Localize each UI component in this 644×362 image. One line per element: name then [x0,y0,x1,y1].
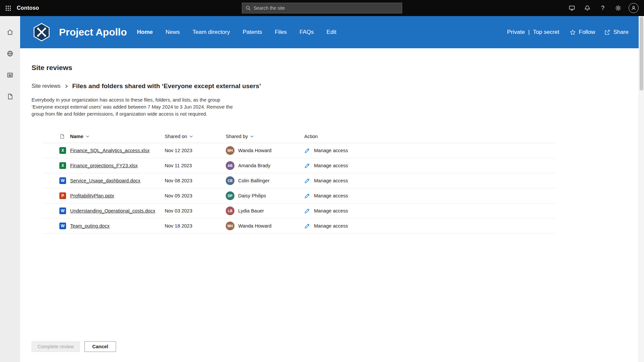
cancel-button[interactable]: Cancel [85,341,116,352]
follow-button[interactable]: Follow [570,29,595,36]
main-content: Site reviews Site reviews Files and fold… [20,48,644,362]
sort-shared-on-header[interactable]: Shared on [165,134,193,139]
rail-globe-icon[interactable] [3,46,17,61]
site-header: Project Apollo Home News Team directory … [20,16,644,48]
share-button[interactable]: Share [604,29,629,36]
shared-by-cell: WH Wanda Howard [226,146,304,155]
shared-by-name: Wanda Howard [238,223,271,229]
scrollbar-thumb[interactable] [640,17,643,90]
breadcrumb-parent[interactable]: Site reviews [32,83,60,89]
app-launcher-button[interactable] [0,0,16,16]
manage-access-label: Manage access [314,178,348,183]
star-icon [570,29,576,36]
nav-faqs[interactable]: FAQs [300,29,314,36]
nav-files[interactable]: Files [275,29,287,36]
share-icon [604,29,610,36]
manage-access-label: Manage access [314,148,348,153]
site-title[interactable]: Project Apollo [59,26,127,38]
shared-by-name: Amanda Brady [238,163,270,168]
shared-by-cell: LB Lydia Bauer [226,206,304,215]
pencil-icon [304,147,310,154]
avatar: AB [226,161,234,170]
shared-by-name: Daisy Philips [238,193,266,198]
site-logo[interactable] [32,22,52,42]
breadcrumb-current: Files and folders shared with ‘Everyone … [72,82,261,90]
rail-home-icon[interactable] [3,25,17,40]
shared-files-table: Name Shared on Shared by Action X Financ… [43,130,556,234]
scrollbar[interactable] [639,16,644,362]
help-icon[interactable]: ? [597,2,608,14]
footer-actions: Complete review Cancel [32,341,116,352]
search-input[interactable] [254,5,398,11]
avatar: DP [226,191,234,200]
table-row: W Service_Usage_dashboard.docx Nov 08 20… [43,173,556,188]
sort-shared-by-header[interactable]: Shared by [226,134,254,139]
classification-label: Top secret [533,29,559,36]
rail-document-icon[interactable] [3,89,17,104]
manage-access-label: Manage access [314,163,348,168]
file-name-link[interactable]: Finance_projections_FY23.xlsx [70,163,138,168]
nav-news[interactable]: News [165,29,180,36]
pencil-icon [304,178,310,184]
sort-name-header[interactable]: Name [70,134,89,139]
shared-on-date: Nov 12 2023 [165,148,226,153]
nav-patents[interactable]: Patents [243,29,262,36]
action-column-header: Action [304,134,556,139]
shared-by-cell: AB Amanda Brady [226,161,304,170]
account-avatar[interactable] [628,2,639,14]
avatar: CB [226,176,234,185]
pencil-icon [304,163,310,169]
table-row: X Finance_SQL_Analytics_access.xlsx Nov … [43,143,556,158]
shared-by-cell: WH Wanda Howard [226,222,304,230]
complete-review-button[interactable]: Complete review [32,341,80,352]
manage-access-label: Manage access [314,193,348,198]
file-name-link[interactable]: Understanding_Operational_costs.docx [70,208,155,214]
manage-access-button[interactable]: Manage access [304,163,348,169]
privacy-label: Private [507,29,525,36]
breadcrumb: Site reviews Files and folders shared wi… [32,82,644,90]
chevron-down-icon [190,135,193,137]
shared-on-date: Nov 08 2023 [165,178,226,183]
notifications-bell-icon[interactable] [582,2,593,14]
avatar: WH [226,222,234,230]
shared-by-name: Lydia Bauer [238,208,264,214]
settings-gear-icon[interactable] [612,2,624,14]
presentation-icon[interactable] [566,2,578,14]
file-name-link[interactable]: Team_outing.docx [70,223,110,229]
file-type-icon: X [59,162,66,169]
table-row: W Understanding_Operational_costs.docx N… [43,203,556,219]
manage-access-button[interactable]: Manage access [304,147,348,154]
site-search[interactable] [242,3,402,13]
page-description: Everybody in your organization has acces… [32,97,237,118]
site-nav: Home News Team directory Patents Files F… [137,29,336,36]
manage-access-button[interactable]: Manage access [304,223,348,229]
rail-news-icon[interactable] [3,68,17,82]
manage-access-label: Manage access [314,208,348,214]
chevron-right-icon [64,84,68,88]
file-type-icon: P [59,192,66,199]
follow-label: Follow [579,29,595,36]
shared-on-date: Nov 18 2023 [165,223,226,229]
nav-home[interactable]: Home [137,29,153,36]
shared-by-cell: DP Daisy Philips [226,191,304,200]
waffle-icon [5,5,11,11]
pencil-icon [304,208,310,214]
avatar: WH [226,146,234,155]
nav-team-directory[interactable]: Team directory [193,29,230,36]
file-column-icon [59,134,65,139]
shared-by-cell: CB Colin Ballinger [226,176,304,185]
nav-edit[interactable]: Edit [327,29,336,36]
file-type-icon: W [59,207,66,214]
file-name-link[interactable]: Finance_SQL_Analytics_access.xlsx [70,148,150,153]
file-name-link[interactable]: ProfitabilityPlan.pptx [70,193,114,198]
shared-on-date: Nov 05 2023 [165,193,226,198]
separator: | [528,29,530,36]
manage-access-button[interactable]: Manage access [304,208,348,214]
app-name[interactable]: Contoso [17,5,39,11]
table-row: P ProfitabilityPlan.pptx Nov 05 2023 DP … [43,188,556,203]
share-label: Share [613,29,629,36]
file-type-icon: X [59,147,66,154]
manage-access-button[interactable]: Manage access [304,178,348,184]
file-name-link[interactable]: Service_Usage_dashboard.docx [70,178,141,183]
manage-access-button[interactable]: Manage access [304,193,348,199]
